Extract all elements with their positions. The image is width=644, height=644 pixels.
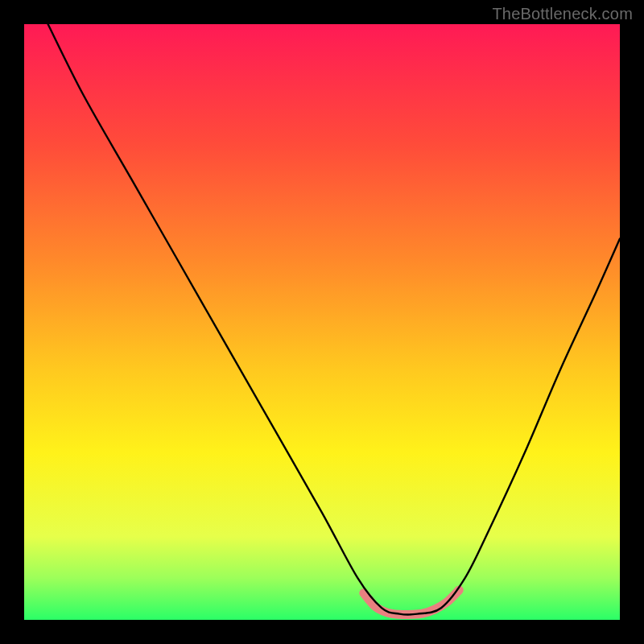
chart-svg [0,0,644,644]
chart-stage: TheBottleneck.com [0,0,644,644]
gradient-background [24,24,620,620]
watermark-text: TheBottleneck.com [492,5,633,23]
